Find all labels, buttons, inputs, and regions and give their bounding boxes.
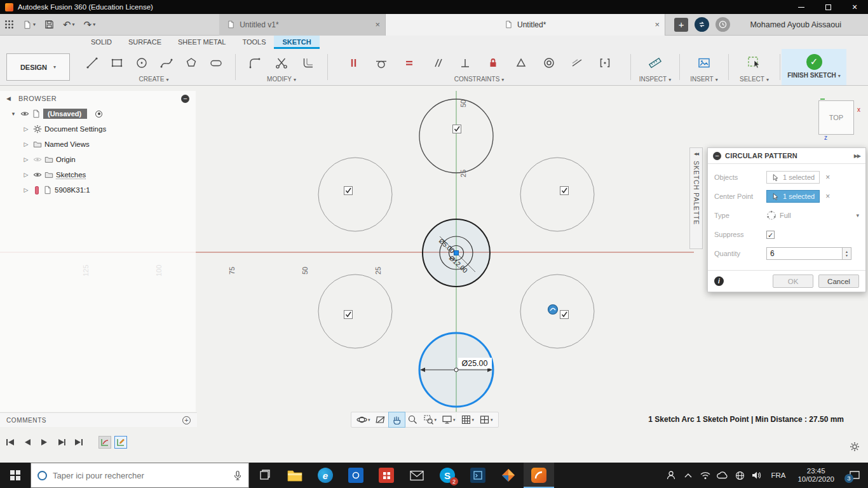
suppress-checkbox-lower-left[interactable]: [344, 311, 353, 319]
dock-dialog-icon[interactable]: ▶▶: [854, 153, 860, 159]
group-label-constraints[interactable]: CONSTRAINTS▾: [454, 75, 505, 85]
selected-circle-center-point[interactable]: [454, 368, 458, 372]
visibility-eye-icon[interactable]: [20, 109, 29, 118]
fix-constraint-button[interactable]: [485, 56, 501, 70]
spline-tool-button[interactable]: [158, 56, 175, 70]
chevron-down-icon[interactable]: ▾: [856, 212, 859, 219]
parallel-constraint-button[interactable]: [429, 56, 445, 70]
activate-component-radio[interactable]: [95, 111, 102, 118]
polygon-tool-button[interactable]: [183, 56, 200, 70]
browser-root-item[interactable]: ▾ (Unsaved): [0, 106, 196, 121]
line-tool-button[interactable]: [84, 56, 100, 70]
sketch-canvas[interactable]: Ø5.00 Ø12.00 Ø25.00: [0, 86, 868, 463]
start-button[interactable]: [0, 463, 31, 488]
close-button[interactable]: ×: [841, 0, 868, 14]
tray-overflow-button[interactable]: [681, 466, 695, 484]
viewcube-face-label[interactable]: TOP: [829, 114, 843, 121]
workspace-selector[interactable]: DESIGN ▾: [6, 53, 70, 81]
app-window-button[interactable]: [463, 463, 493, 488]
center-point[interactable]: [454, 251, 459, 255]
objects-selection-box[interactable]: 1 selected: [766, 171, 820, 184]
browser-item-sketches[interactable]: ▷ Sketches: [0, 167, 196, 182]
comments-bar[interactable]: COMMENTS +: [0, 412, 197, 427]
trim-tool-button[interactable]: [273, 56, 290, 70]
pattern-circle-upper-left[interactable]: [318, 158, 392, 231]
language-indicator[interactable]: FRA: [767, 471, 789, 479]
app-blue-button[interactable]: [341, 463, 371, 488]
close-tab-icon[interactable]: ×: [655, 20, 660, 29]
taskbar-search[interactable]: [31, 463, 249, 488]
network-button[interactable]: [698, 466, 712, 484]
info-icon[interactable]: i: [714, 276, 724, 286]
perpendicular-constraint-button[interactable]: [457, 56, 473, 70]
fit-button[interactable]: ▾: [421, 412, 440, 427]
viewcube[interactable]: TOP: [818, 100, 854, 135]
pattern-circle-lower-left[interactable]: [318, 274, 392, 348]
browser-item-document-settings[interactable]: ▷ Document Settings: [0, 121, 196, 137]
suppress-checkbox-top[interactable]: [453, 125, 461, 133]
maximize-button[interactable]: [815, 0, 841, 14]
group-label-select[interactable]: SELECT▾: [740, 75, 769, 85]
taskbar-clock[interactable]: 23:45 10/02/2020: [792, 467, 839, 484]
tab-sheet-metal[interactable]: SHEET METAL: [170, 36, 234, 49]
finish-sketch-button[interactable]: ✓ FINISH SKETCH▾: [782, 49, 846, 85]
type-value[interactable]: Full: [780, 212, 791, 219]
save-button[interactable]: [40, 17, 58, 33]
tab-solid[interactable]: SOLID: [83, 36, 120, 49]
offset-tool-button[interactable]: [300, 56, 316, 70]
tab-surface[interactable]: SURFACE: [120, 36, 170, 49]
dialog-header[interactable]: − CIRCULAR PATTERN ▶▶: [708, 148, 865, 164]
pan-button[interactable]: [389, 412, 405, 427]
document-tab-untitled-v1[interactable]: Untitled v1* ×: [219, 14, 386, 36]
clear-selection-icon[interactable]: ×: [825, 173, 830, 182]
measure-tool-button[interactable]: [647, 56, 663, 70]
symmetry-constraint-button[interactable]: [513, 56, 529, 70]
undo-button[interactable]: ↶ ▾: [58, 17, 79, 33]
cancel-button[interactable]: Cancel: [818, 274, 859, 288]
clear-selection-icon[interactable]: ×: [825, 192, 830, 201]
close-tab-icon[interactable]: ×: [376, 20, 381, 29]
expand-caret-icon[interactable]: ▾: [9, 111, 18, 117]
collapse-dialog-icon[interactable]: −: [713, 152, 721, 160]
equal-constraint-button[interactable]: [401, 56, 417, 70]
expand-caret-icon[interactable]: ▷: [22, 172, 31, 178]
zoom-button[interactable]: [405, 412, 421, 427]
browser-item-origin[interactable]: ▷ Origin: [0, 152, 196, 167]
suppress-checkbox-lower-right[interactable]: [560, 311, 569, 319]
timeline-feature-sketch-1[interactable]: [98, 436, 111, 449]
suppress-checkbox-upper-right[interactable]: [560, 187, 569, 195]
timeline-step-forward-button[interactable]: [55, 436, 68, 449]
search-input[interactable]: [53, 471, 227, 480]
selected-dimension-label[interactable]: Ø25.00: [461, 359, 487, 368]
insert-image-button[interactable]: [696, 56, 712, 70]
onedrive-button[interactable]: [715, 466, 729, 484]
concentric-constraint-button[interactable]: [541, 56, 557, 70]
user-account-button[interactable]: Mohamed Ayoub Aissaoui: [750, 20, 841, 29]
visibility-eye-off-icon[interactable]: [33, 155, 42, 164]
browser-item-component[interactable]: ▷ 5908K31:1: [0, 182, 196, 198]
group-label-create[interactable]: CREATE▾: [139, 75, 169, 85]
tangent-constraint-button[interactable]: [373, 56, 390, 70]
ok-button[interactable]: OK: [773, 274, 813, 288]
file-explorer-button[interactable]: [280, 463, 310, 488]
collapse-browser-button[interactable]: −: [181, 95, 189, 103]
visibility-eye-icon[interactable]: [33, 170, 42, 179]
tab-tools[interactable]: TOOLS: [234, 36, 274, 49]
expand-caret-icon[interactable]: ▷: [22, 156, 31, 163]
notification-center-button[interactable]: [715, 17, 730, 32]
midpoint-constraint-button[interactable]: [597, 56, 613, 70]
fillet-tool-button[interactable]: [247, 56, 263, 70]
pattern-circle-upper-right[interactable]: [520, 158, 594, 231]
collinear-constraint-button[interactable]: [569, 56, 585, 70]
horizontal-vertical-constraint-button[interactable]: [345, 56, 362, 70]
timeline-go-to-start-button[interactable]: [4, 436, 17, 449]
action-center-button[interactable]: 3: [843, 470, 867, 481]
skype-button[interactable]: S 2: [432, 463, 463, 488]
file-menu-button[interactable]: ▾: [18, 17, 40, 33]
grid-settings-button[interactable]: ▾: [458, 412, 477, 427]
redo-button[interactable]: ↷ ▾: [79, 17, 100, 33]
rectangle-tool-button[interactable]: [109, 56, 125, 70]
edge-browser-button[interactable]: e: [310, 463, 341, 488]
job-status-button[interactable]: [695, 17, 709, 32]
volume-button[interactable]: [750, 466, 764, 484]
